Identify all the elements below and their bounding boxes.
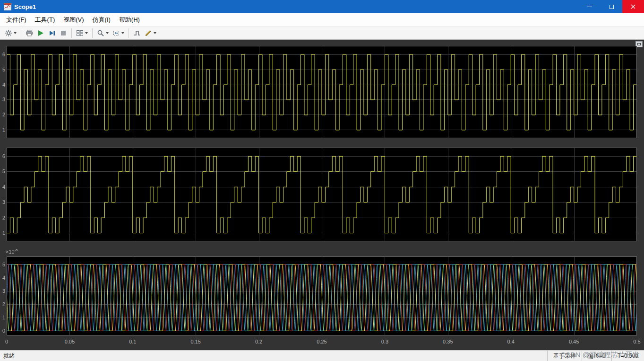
y-tick-label: 5 <box>2 168 5 174</box>
waveform-canvas-3[interactable] <box>7 256 637 335</box>
x-tick-label: 0 <box>5 339 8 344</box>
panel-toggle-icon <box>637 43 641 45</box>
x-tick-label: 0.5 <box>633 339 640 344</box>
waveform-canvas-1[interactable] <box>7 46 637 138</box>
y-tick-label: 4 <box>2 82 5 88</box>
y-tick-label: 0 <box>2 328 5 334</box>
scope-pane-1: 123456 <box>7 46 637 138</box>
stop-button[interactable] <box>58 27 69 39</box>
status-sample-based: 基于采样 <box>547 351 582 361</box>
close-icon <box>631 4 635 9</box>
y-tick-label: 5 <box>2 262 5 267</box>
scope-window: Scope1 文件(F) 工具(T) 视图(V) 仿真(I) 帮助(H) <box>0 0 644 361</box>
y-tick-label: 2 <box>2 112 5 117</box>
y-axis-labels-3: 012345 <box>0 256 7 335</box>
x-tick-label: 0.05 <box>65 339 75 344</box>
y-tick-label: 1 <box>2 315 5 320</box>
fit-to-view-button[interactable] <box>111 27 126 39</box>
y-tick-label: 3 <box>2 288 5 294</box>
step-forward-icon <box>48 29 56 37</box>
menu-file[interactable]: 文件(F) <box>2 13 31 26</box>
window-controls <box>579 0 644 13</box>
y-axis-labels-1: 123456 <box>0 46 7 138</box>
gear-icon <box>5 29 12 37</box>
status-right-segments: 基于采样 偏移=0 T=0.500 <box>547 351 644 361</box>
toolbar <box>0 27 644 40</box>
scope-pane-2: 123456 <box>7 148 637 241</box>
x-tick-label: 0.35 <box>443 339 453 344</box>
chevron-down-icon <box>14 32 17 34</box>
status-sim-time: T=0.500 <box>611 351 644 361</box>
trigger-button[interactable] <box>131 27 143 39</box>
toolbar-separator <box>129 28 129 38</box>
minimize-button[interactable] <box>579 0 601 13</box>
menu-view[interactable]: 视图(V) <box>59 13 88 26</box>
scope-pane-3: 012345 <box>7 256 637 335</box>
step-forward-button[interactable] <box>46 27 58 39</box>
minimize-icon <box>587 7 592 7</box>
status-bar: 就绪 基于采样 偏移=0 T=0.500 <box>0 350 644 361</box>
menu-help[interactable]: 帮助(H) <box>115 13 144 26</box>
chevron-down-icon <box>121 32 124 34</box>
title-bar: Scope1 <box>0 0 644 13</box>
y-tick-label: 2 <box>2 215 5 220</box>
y-tick-label: 4 <box>2 184 5 190</box>
menu-tools[interactable]: 工具(T) <box>31 13 60 26</box>
y-tick-label: 6 <box>2 153 5 159</box>
y-tick-label: 3 <box>2 97 5 102</box>
chevron-down-icon <box>154 32 156 34</box>
x-tick-label: 0.15 <box>190 339 200 344</box>
waveform-canvas-2[interactable] <box>7 148 637 241</box>
stop-icon <box>60 29 67 37</box>
configuration-properties-button[interactable] <box>3 27 18 39</box>
status-offset: 偏移=0 <box>582 351 611 361</box>
x-tick-label: 0.45 <box>569 339 579 344</box>
menu-simulation[interactable]: 仿真(I) <box>88 13 115 26</box>
x-tick-label: 0.2 <box>255 339 262 344</box>
magnifier-icon <box>97 29 104 37</box>
layout-button[interactable] <box>74 27 90 39</box>
x-tick-label: 0.3 <box>381 339 388 344</box>
window-title: Scope1 <box>14 3 36 10</box>
close-button[interactable] <box>622 0 644 13</box>
maximize-button[interactable] <box>601 0 622 13</box>
zoom-button[interactable] <box>95 27 111 39</box>
status-ready-text: 就绪 <box>0 352 15 360</box>
chevron-down-icon <box>85 32 88 34</box>
y-tick-label: 6 <box>2 52 5 57</box>
y-tick-label: 3 <box>2 199 5 205</box>
printer-icon <box>26 29 33 37</box>
layout-icon <box>76 29 84 37</box>
x-tick-label: 0.25 <box>317 339 326 344</box>
pencil-icon <box>145 29 152 37</box>
toolbar-separator <box>21 28 21 38</box>
play-icon <box>37 29 44 37</box>
menu-bar: 文件(F) 工具(T) 视图(V) 仿真(I) 帮助(H) <box>0 13 644 27</box>
y-tick-label: 2 <box>2 301 5 307</box>
y-tick-label: 1 <box>2 127 5 132</box>
x-tick-label: 0.4 <box>507 339 515 344</box>
y-axis-labels-2: 123456 <box>0 148 7 241</box>
toolbar-separator <box>92 28 93 38</box>
trigger-icon <box>133 29 141 37</box>
toolbar-separator <box>71 28 72 38</box>
y-tick-label: 1 <box>2 230 5 236</box>
y-tick-label: 4 <box>2 275 5 281</box>
run-button[interactable] <box>35 27 46 39</box>
y-tick-label: 5 <box>2 67 5 72</box>
chevron-down-icon <box>106 32 109 34</box>
fit-view-icon <box>112 29 120 37</box>
plot-area: 123456 123456 ×10-5 012345 00.050.10.150… <box>0 40 644 350</box>
scope-app-icon <box>4 3 11 10</box>
x-axis-labels: 00.050.10.150.20.250.30.350.40.450.5 <box>7 339 637 345</box>
y-axis-exponent-label: ×10-5 <box>6 248 18 255</box>
x-tick-label: 0.1 <box>129 339 136 344</box>
print-button[interactable] <box>24 27 35 39</box>
measurements-button[interactable] <box>143 27 158 39</box>
maximize-icon <box>610 5 614 9</box>
